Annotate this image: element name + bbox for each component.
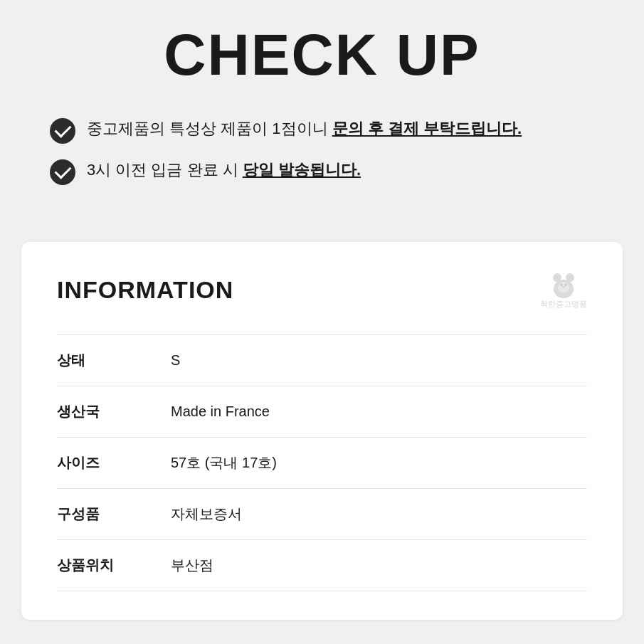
checklist-item-2: 3시 이전 입금 완료 시 당일 발송됩니다. <box>50 158 594 185</box>
svg-point-1 <box>553 273 561 282</box>
svg-point-2 <box>566 273 574 282</box>
table-row: 상품위치 부산점 <box>57 540 587 591</box>
info-table: 상태 S 생산국 Made in France 사이즈 57호 (국내 17호)… <box>57 334 587 591</box>
checklist-text-1: 중고제품의 특성상 제품이 1점이니 문의 후 결제 부탁드립니다. <box>87 117 522 140</box>
info-value-location: 부산점 <box>171 540 587 591</box>
checklist-text-2: 3시 이전 입금 완료 시 당일 발송됩니다. <box>87 158 361 181</box>
table-row: 구성품 자체보증서 <box>57 489 587 540</box>
header-section: CHECK UP 중고제품의 특성상 제품이 1점이니 문의 후 결제 부탁드립… <box>0 0 644 228</box>
info-value-origin: Made in France <box>171 386 587 438</box>
info-header: INFORMATION 착한중고명품 <box>57 270 587 309</box>
svg-point-5 <box>565 284 567 286</box>
svg-point-4 <box>561 284 563 286</box>
watermark: 착한중고명품 <box>540 270 587 309</box>
checklist-item-1: 중고제품의 특성상 제품이 1점이니 문의 후 결제 부탁드립니다. <box>50 117 594 144</box>
page-wrapper: CHECK UP 중고제품의 특성상 제품이 1점이니 문의 후 결제 부탁드립… <box>0 0 644 644</box>
check-icon-2 <box>50 159 75 185</box>
information-card: INFORMATION 착한중고명품 상태 S <box>21 242 623 620</box>
info-label-location: 상품위치 <box>57 540 171 591</box>
table-row: 사이즈 57호 (국내 17호) <box>57 438 587 489</box>
info-label-components: 구성품 <box>57 489 171 540</box>
info-label-size: 사이즈 <box>57 438 171 489</box>
info-value-size: 57호 (국내 17호) <box>171 438 587 489</box>
svg-point-6 <box>562 286 566 288</box>
watermark-bear-icon <box>547 270 581 299</box>
watermark-text: 착한중고명품 <box>540 299 587 309</box>
check-icon-1 <box>50 118 75 144</box>
info-label-origin: 생산국 <box>57 386 171 438</box>
info-value-components: 자체보증서 <box>171 489 587 540</box>
table-row: 생산국 Made in France <box>57 386 587 438</box>
page-title: CHECK UP <box>28 21 616 88</box>
info-label-status: 상태 <box>57 335 171 386</box>
info-title: INFORMATION <box>57 276 233 304</box>
table-row: 상태 S <box>57 335 587 386</box>
checklist: 중고제품의 특성상 제품이 1점이니 문의 후 결제 부탁드립니다. 3시 이전… <box>28 117 616 185</box>
info-value-status: S <box>171 335 587 386</box>
